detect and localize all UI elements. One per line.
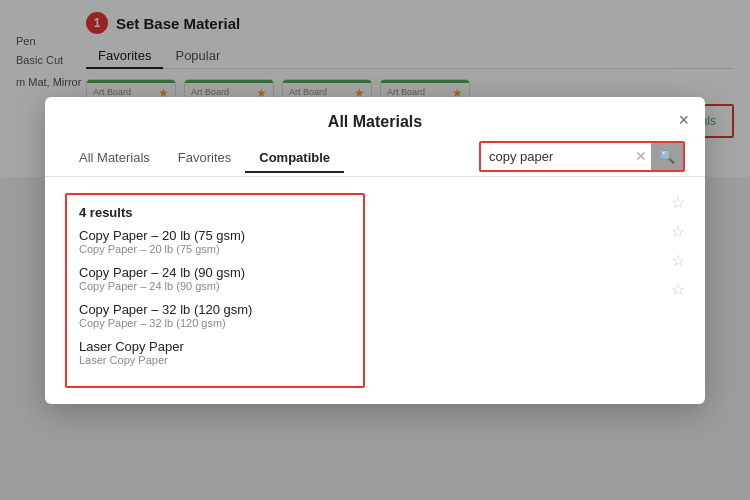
star-column: ☆ ☆ ☆ ☆	[651, 193, 685, 299]
result-sub: Laser Copy Paper	[79, 354, 351, 366]
modal-close-button[interactable]: ×	[678, 111, 689, 129]
result-name: Copy Paper – 32 lb (120 gsm)	[79, 302, 351, 317]
result-sub: Copy Paper – 32 lb (120 gsm)	[79, 317, 351, 329]
favorite-star-2[interactable]: ☆	[671, 222, 685, 241]
favorite-star-1[interactable]: ☆	[671, 193, 685, 212]
modal-body: 4 results Copy Paper – 20 lb (75 gsm) Co…	[45, 177, 705, 404]
result-sub: Copy Paper – 24 lb (90 gsm)	[79, 280, 351, 292]
favorite-star-3[interactable]: ☆	[671, 251, 685, 270]
result-item-1[interactable]: Copy Paper – 20 lb (75 gsm) Copy Paper –…	[79, 228, 351, 255]
modal-tab-all-materials[interactable]: All Materials	[65, 144, 164, 173]
modal-tabs-row: All Materials Favorites Compatible ✕ 🔍	[45, 131, 705, 177]
search-submit-button[interactable]: 🔍	[651, 143, 683, 170]
search-clear-button[interactable]: ✕	[631, 148, 651, 164]
result-name: Laser Copy Paper	[79, 339, 351, 354]
modal-overlay: All Materials × All Materials Favorites …	[0, 0, 750, 500]
search-icon: 🔍	[659, 149, 675, 164]
results-full-row: 4 results Copy Paper – 20 lb (75 gsm) Co…	[65, 193, 685, 388]
modal-header: All Materials ×	[45, 97, 705, 131]
search-box: ✕ 🔍	[479, 141, 685, 172]
result-item-4[interactable]: Laser Copy Paper Laser Copy Paper	[79, 339, 351, 366]
modal-tab-compatible[interactable]: Compatible	[245, 144, 344, 173]
search-input[interactable]	[481, 144, 631, 169]
result-sub: Copy Paper – 20 lb (75 gsm)	[79, 243, 351, 255]
all-materials-modal: All Materials × All Materials Favorites …	[45, 97, 705, 404]
results-count: 4 results	[79, 205, 351, 220]
modal-tabs: All Materials Favorites Compatible	[65, 144, 344, 172]
result-item-3[interactable]: Copy Paper – 32 lb (120 gsm) Copy Paper …	[79, 302, 351, 329]
modal-title: All Materials	[328, 113, 422, 131]
result-name: Copy Paper – 20 lb (75 gsm)	[79, 228, 351, 243]
modal-tab-favorites[interactable]: Favorites	[164, 144, 245, 173]
result-name: Copy Paper – 24 lb (90 gsm)	[79, 265, 351, 280]
favorite-star-4[interactable]: ☆	[671, 280, 685, 299]
result-item-2[interactable]: Copy Paper – 24 lb (90 gsm) Copy Paper –…	[79, 265, 351, 292]
results-section: 4 results Copy Paper – 20 lb (75 gsm) Co…	[65, 193, 365, 388]
